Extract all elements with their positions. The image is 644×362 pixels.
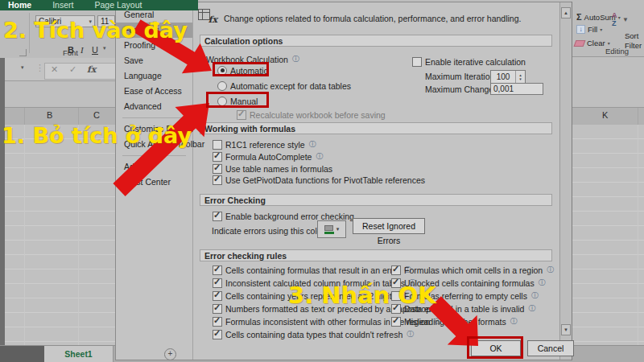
info-icon: ⓘ xyxy=(292,54,299,64)
window-left-edge xyxy=(0,58,5,345)
gridline xyxy=(24,125,25,345)
checkbox-label: Use table names in formulas xyxy=(225,164,332,174)
checkbox-icon[interactable] xyxy=(412,57,422,67)
worksheet-blank-left xyxy=(0,81,115,107)
checkbox-icon[interactable] xyxy=(391,317,401,327)
max-iterations-stepper[interactable]: 100 ▴ ▾ xyxy=(490,70,526,84)
checkbox-r1c1-reference-style[interactable]: R1C1 reference style ⓘ xyxy=(213,139,316,150)
checkbox-label: Cells containing formulas that result in… xyxy=(225,265,400,275)
checkbox-icon[interactable] xyxy=(213,317,222,327)
add-sheet-icon[interactable]: + xyxy=(164,348,176,360)
sort-a-glyph: A xyxy=(612,11,617,19)
gridline xyxy=(638,125,638,345)
checkbox-misleading-number-formats[interactable]: Misleading number formats ⓘ xyxy=(391,316,518,327)
checkbox-data-types-couldnt-refresh[interactable]: Cells containing data types that couldn'… xyxy=(213,329,414,339)
eraser-icon xyxy=(574,40,586,47)
info-icon: ⓘ xyxy=(407,329,414,339)
chevron-down-icon[interactable]: ▾ xyxy=(103,45,106,51)
dialog-scrollbar[interactable]: ▲ ▼ xyxy=(559,2,572,360)
funnel-icon: ▼ xyxy=(622,16,629,23)
drag-dots-icon: ⋮ xyxy=(35,63,44,73)
sidebar-divider xyxy=(192,2,193,360)
indicate-errors-label: Indicate errors using this color: xyxy=(212,225,327,236)
sidebar-separator xyxy=(122,155,186,156)
underline-button[interactable]: U xyxy=(92,45,98,55)
tab-insert[interactable]: Insert xyxy=(52,0,73,10)
sort-z-glyph: Z xyxy=(612,19,617,27)
info-icon: ⓘ xyxy=(531,290,539,301)
worksheet-grid-right[interactable] xyxy=(570,125,644,345)
checkbox-label: Enable iterative calculation xyxy=(425,57,526,67)
sort-filter-icon[interactable]: A Z xyxy=(612,11,617,27)
name-box-arrow-icon[interactable]: ▾ xyxy=(21,64,24,71)
section-calculation-options: Calculation options xyxy=(200,35,552,47)
formulas-page-icon: fx xyxy=(198,9,217,25)
radio-icon[interactable] xyxy=(217,81,227,91)
sigma-icon: Σ xyxy=(576,12,582,22)
confirm-entry-icon[interactable]: ✓ xyxy=(69,64,76,75)
tab-strip-corner xyxy=(0,346,44,362)
cancel-entry-icon[interactable]: ✕ xyxy=(51,64,58,75)
column-header-k[interactable]: K xyxy=(602,110,608,120)
checkbox-formula-autocomplete[interactable]: Formula AutoComplete ⓘ xyxy=(213,151,323,162)
sidebar-item-save[interactable]: Save xyxy=(116,53,192,68)
checkbox-icon[interactable] xyxy=(213,140,222,150)
stepper-arrows[interactable]: ▴ ▾ xyxy=(515,71,525,83)
checkbox-icon[interactable] xyxy=(213,278,222,288)
insert-function-icon[interactable]: fx xyxy=(87,64,96,75)
checkbox-icon[interactable] xyxy=(213,291,222,301)
autosum-label: AutoSum xyxy=(584,13,616,22)
page-description: Change options related to formula calcul… xyxy=(224,13,521,23)
checkbox-cells-result-in-error[interactable]: Cells containing formulas that result in… xyxy=(213,265,411,275)
checkbox-enable-iterative-calculation[interactable]: Enable iterative calculation xyxy=(412,56,526,67)
info-icon: ⓘ xyxy=(510,316,518,327)
checkbox-icon[interactable] xyxy=(213,304,222,314)
checkbox-icon[interactable] xyxy=(213,330,222,339)
checkbox-use-getpivotdata[interactable]: Use GetPivotData functions for PivotTabl… xyxy=(213,175,425,185)
sidebar-item-ease-of-access[interactable]: Ease of Access xyxy=(116,84,192,99)
italic-button[interactable]: I xyxy=(80,45,84,55)
checkbox-label: Formula AutoComplete xyxy=(225,152,312,162)
info-icon: ⓘ xyxy=(316,151,323,162)
checkbox-icon[interactable] xyxy=(213,175,222,185)
sort-label: Sort xyxy=(625,31,638,40)
info-icon: ⓘ xyxy=(539,278,546,288)
font-group-label: Font xyxy=(63,48,78,57)
error-color-picker[interactable]: ▾ xyxy=(317,220,346,238)
tab-page-layout[interactable]: Page Layout xyxy=(94,0,142,10)
checkbox-icon[interactable] xyxy=(213,212,222,221)
chevron-down-icon: ▾ xyxy=(608,40,610,46)
sidebar-item-add-ins[interactable]: Add-ins xyxy=(116,159,192,175)
checkbox-label: Misleading number formats xyxy=(404,317,506,327)
column-header-b[interactable]: B xyxy=(47,110,52,120)
fill-button[interactable]: ↓ Fill ▾ xyxy=(576,25,602,34)
reset-ignored-errors-button[interactable]: Reset Ignored Errors xyxy=(353,218,425,234)
scroll-up-icon[interactable]: ▲ xyxy=(561,7,571,19)
checkbox-use-table-names[interactable]: Use table names in formulas xyxy=(213,163,332,174)
checkbox-icon[interactable] xyxy=(391,265,401,275)
sidebar-item-language[interactable]: Language xyxy=(116,68,192,84)
column-header-c[interactable]: C xyxy=(93,110,100,120)
spin-down-icon[interactable]: ▾ xyxy=(519,77,522,81)
checkbox-label: Use GetPivotData functions for PivotTabl… xyxy=(225,175,425,185)
scroll-down-icon[interactable]: ▼ xyxy=(561,324,571,335)
annotation-step3: 3. Nhấn OK xyxy=(288,282,436,309)
radio-automatic-except-tables[interactable]: Automatic except for data tables xyxy=(217,80,351,91)
clear-label: Clear xyxy=(587,39,605,47)
worksheet-grid-left[interactable] xyxy=(0,125,115,345)
cancel-button[interactable]: Cancel xyxy=(527,340,574,356)
sidebar-item-trust-center[interactable]: Trust Center xyxy=(116,175,192,190)
sidebar-item-advanced[interactable]: Advanced xyxy=(116,99,192,114)
column-headers-right: K xyxy=(570,107,644,125)
column-divider xyxy=(78,108,79,125)
checkbox-icon[interactable] xyxy=(213,164,222,174)
checkbox-icon[interactable] xyxy=(213,265,222,275)
checkbox-recalculate-before-saving: Recalculate workbook before saving xyxy=(237,109,386,120)
tab-home[interactable]: Home xyxy=(8,0,31,10)
dialog-launcher-icon[interactable] xyxy=(19,49,27,56)
checkbox-icon[interactable] xyxy=(213,152,222,162)
sheet-tab-sheet1[interactable]: Sheet1 xyxy=(44,346,114,362)
checkbox-formulas-omit-cells[interactable]: Formulas which omit cells in a region ⓘ xyxy=(391,265,554,275)
max-change-field[interactable]: 0,001 xyxy=(490,83,543,95)
section-working-with-formulas: Working with formulas xyxy=(200,122,552,134)
